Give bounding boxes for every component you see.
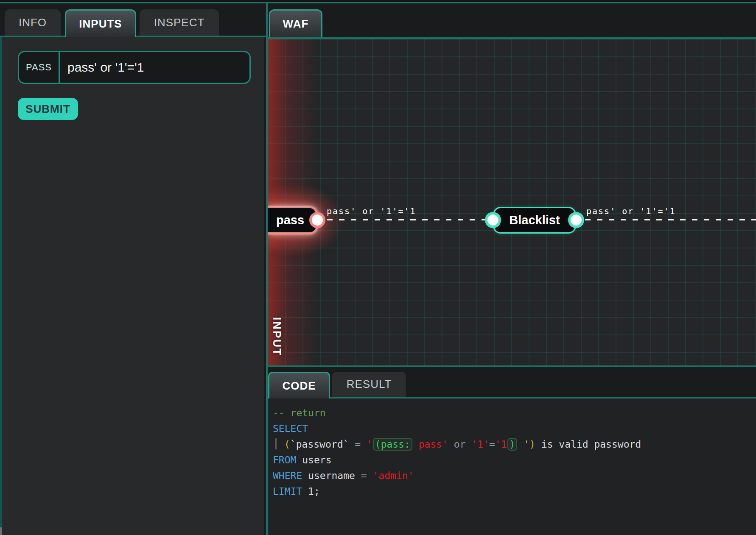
code-token: `password` — [290, 439, 349, 450]
code-token: '1 — [495, 439, 507, 450]
code-token: SELECT — [273, 423, 308, 434]
code-token: 'admin' — [372, 470, 414, 481]
inputs-panel: PASS SUBMIT — [0, 37, 264, 535]
code-token: WHERE — [273, 470, 302, 481]
code-line: (`password` = '(pass: pass' or '1'='1) '… — [273, 437, 748, 452]
code-token: ) — [507, 438, 518, 451]
node-blacklist[interactable]: Blacklist — [493, 207, 576, 234]
port-pass-output[interactable] — [309, 212, 325, 228]
waf-panel-bottom-border — [266, 365, 756, 367]
code-line: FROM users — [273, 452, 748, 468]
code-line: SELECT — [273, 421, 748, 437]
edge-payload-label: pass' or '1'='1 — [586, 206, 676, 216]
code-line: WHERE username = 'admin' — [273, 468, 748, 484]
code-token: = — [489, 439, 495, 450]
code-token: ' — [367, 439, 372, 450]
code-token: ') — [524, 439, 535, 450]
code-token — [466, 439, 472, 450]
left-scrollbar-thumb[interactable] — [0, 527, 2, 535]
input-axis-label: INPUT — [270, 317, 283, 357]
edge-payload-label: pass' or '1'='1 — [327, 206, 416, 216]
code-token — [448, 439, 454, 450]
code-token: FROM — [273, 454, 296, 465]
code-token: LIMIT — [273, 486, 302, 497]
code-line: -- return — [273, 405, 748, 421]
tab-code[interactable]: CODE — [268, 372, 330, 398]
code-token: users — [296, 454, 331, 465]
port-blacklist-input[interactable] — [485, 212, 501, 228]
edge-input-to-blacklist — [327, 219, 485, 220]
indent-guide — [275, 438, 277, 449]
top-border-line — [0, 2, 756, 3]
code-token: = — [355, 439, 361, 450]
code-token: pass' — [419, 439, 448, 450]
port-blacklist-output[interactable] — [568, 212, 584, 228]
code-token — [367, 470, 373, 481]
code-token: ( — [284, 439, 290, 450]
waf-graph-panel: pass' or '1'='1 pass' or '1'='1 pass Bla… — [268, 39, 756, 365]
tab-inputs[interactable]: INPUTS — [65, 9, 136, 37]
code-token: = — [361, 470, 367, 481]
tab-inspect[interactable]: INSPECT — [140, 9, 219, 36]
code-token: '1' — [471, 439, 489, 450]
pass-field-group: PASS — [18, 51, 251, 84]
app-window: INFO INPUTS INSPECT PASS SUBMIT WAF pass… — [0, 0, 756, 535]
code-token: username — [302, 470, 361, 481]
pass-field-label: PASS — [19, 52, 60, 83]
tab-info[interactable]: INFO — [5, 9, 61, 36]
code-token: 1; — [302, 486, 320, 497]
waf-panel-top-border — [266, 37, 756, 39]
panel-vertical-divider — [266, 3, 268, 535]
sql-code-panel: -- returnSELECT(`password` = '(pass: pas… — [268, 398, 756, 535]
code-panel-top-border — [266, 397, 756, 398]
code-token: (pass: — [373, 438, 412, 451]
submit-button[interactable]: SUBMIT — [18, 98, 78, 120]
code-token — [535, 439, 541, 450]
edge-blacklist-to-output — [585, 219, 756, 220]
pass-input[interactable] — [60, 52, 249, 83]
code-token — [413, 439, 419, 450]
code-token — [518, 439, 524, 450]
code-token: is_valid_password — [541, 439, 641, 450]
tab-result[interactable]: RESULT — [332, 372, 406, 397]
code-token — [361, 439, 367, 450]
code-token — [349, 439, 355, 450]
code-token: -- return — [273, 407, 326, 418]
code-token: or — [454, 439, 466, 450]
code-line: LIMIT 1; — [273, 484, 748, 499]
tab-waf[interactable]: WAF — [269, 9, 322, 37]
